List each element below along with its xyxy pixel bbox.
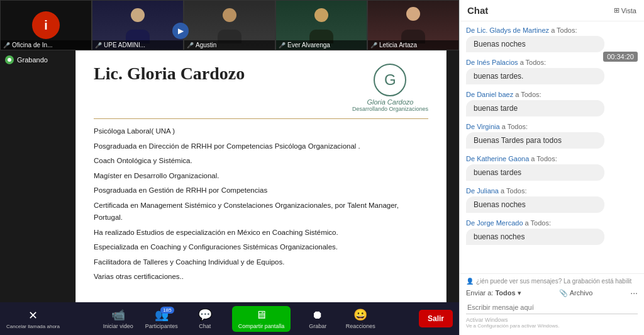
chat-sender-4: De Katherine Gaona a Todos: <box>466 155 638 162</box>
chat-header: Chat ⊞ Vista <box>460 0 644 21</box>
privacy-warning: 👤 ¿ién puede ver sus mensajes? La grabac… <box>466 278 638 285</box>
mic-icon-3: 🎤 <box>187 42 194 48</box>
chat-icon: 💬 <box>198 308 212 322</box>
end-meeting-button[interactable]: Salir <box>419 310 453 327</box>
chat-message-3: De Virginia a Todos: Buenas Tardes para … <box>466 123 638 149</box>
file-icon: 📎 <box>559 289 568 297</box>
reactions-icon: 😀 <box>353 308 367 322</box>
slide-item-1: Posgraduada en Dirección de RRHH por Com… <box>94 140 428 153</box>
chat-message-5: De Juliana a Todos: Buenas noches <box>466 187 638 213</box>
participant-label-1: 🎤 Oficina de In... <box>1 40 91 50</box>
vista-button[interactable]: ⊞ Vista <box>614 6 636 14</box>
chat-bubble-5: Buenas noches <box>466 196 604 213</box>
participant-label-5: 🎤 Leticia Artaza <box>368 40 458 50</box>
participant-thumb-1[interactable]: i 🎤 Oficina de In... <box>0 0 92 50</box>
person-icon: 👤 <box>466 278 474 285</box>
toolbar-center: 📹 Iniciar video 👥 185 Participantes 💬 Ch… <box>103 306 377 332</box>
chat-panel: Chat ⊞ Vista De Lic. Gladys de Martinez … <box>459 0 644 335</box>
slide-content: Lic. Gloria Cardozo G Gloria Cardozo Des… <box>75 50 447 309</box>
chat-bubble-3: Buenas Tardes para todos <box>466 132 604 149</box>
cancel-icon: ✕ <box>28 309 38 322</box>
chat-message-4: De Katherine Gaona a Todos: buenas tarde… <box>466 155 638 181</box>
slide-item-9: Varias otras certificaciones.. <box>94 271 428 283</box>
mic-icon-1: 🎤 <box>3 42 10 48</box>
archivo-button[interactable]: 📎 Archivo <box>559 289 593 297</box>
participant-thumb-5[interactable]: 🎤 Leticia Artaza <box>367 0 459 50</box>
chat-title: Chat <box>467 5 488 16</box>
chat-message-1: De Inés Palacios a Todos: buenas tardes. <box>466 59 638 84</box>
chat-footer-controls: Enviar a: Todos ▾ 📎 Archivo ··· <box>466 288 638 298</box>
slide-item-0: Psicóloga Laboral( UNA ) <box>94 125 428 138</box>
slide-item-6: Ha realizado Estudios de especialización… <box>94 227 428 239</box>
toolbar: ✕ Cancelar llamada ahora 📹 Iniciar video… <box>0 302 459 335</box>
participant-label-3: 🎤 Agustin <box>184 40 275 50</box>
chat-message-6: De Jorge Mercado a Todos: buenas noches <box>466 219 638 245</box>
slide-item-2: Coach Ontológica y Sistémica. <box>94 155 428 168</box>
share-screen-button[interactable]: 🖥 Compartir pantalla <box>232 306 291 332</box>
chat-toolbar-button[interactable]: 💬 Chat <box>189 308 221 329</box>
video-button[interactable]: 📹 Iniciar video <box>103 308 134 329</box>
chat-bubble-0: Buenas noches <box>466 36 604 52</box>
mic-icon-5: 🎤 <box>370 42 377 48</box>
send-to-control[interactable]: Enviar a: Todos ▾ <box>466 289 521 297</box>
slide-body: Psicóloga Laboral( UNA ) Posgraduada en … <box>94 125 428 283</box>
chat-sender-0: De Lic. Gladys de Martinez a Todos: <box>466 26 638 34</box>
participant-thumb-3[interactable]: 🎤 Agustin <box>184 0 275 50</box>
participants-count: 185 <box>160 307 174 314</box>
chat-footer: 👤 ¿ién puede ver sus mensajes? La grabac… <box>460 273 644 335</box>
chat-sender-6: De Jorge Mercado a Todos: <box>466 219 638 227</box>
participant-label-4: 🎤 Ever Alvarenga <box>276 40 367 50</box>
mic-icon-4: 🎤 <box>279 42 286 48</box>
recording-dot-icon <box>5 55 14 64</box>
mic-icon-2: 🎤 <box>95 42 102 48</box>
slide-item-4: Posgraduada en Gestión de RRHH por Compe… <box>94 185 428 197</box>
windows-watermark: Activar Windows Ve a Configuración para … <box>466 314 638 331</box>
share-icon: 🖥 <box>255 309 267 322</box>
chevron-down-icon: ▾ <box>518 289 521 297</box>
record-button[interactable]: ⏺ Grabar <box>302 309 333 329</box>
chat-message-input[interactable] <box>466 301 638 314</box>
grid-icon: ⊞ <box>614 6 619 14</box>
chat-bubble-1: buenas tardes. <box>466 68 604 84</box>
reactions-button[interactable]: 😀 Reacciones <box>345 308 376 329</box>
toolbar-left: ✕ Cancelar llamada ahora <box>6 309 60 329</box>
chat-input-row <box>466 301 638 314</box>
logo-circle-icon: G <box>374 64 406 96</box>
participant-bar: i 🎤 Oficina de In... 🎤 UPE ADMINI... 🎤 A… <box>0 0 459 50</box>
chat-message-2: De Daniel baez a Todos: buenas tarde <box>466 91 638 116</box>
slide-divider <box>94 118 428 119</box>
slide-header: Lic. Gloria Cardozo G Gloria Cardozo Des… <box>94 64 428 112</box>
chat-sender-5: De Juliana a Todos: <box>466 187 638 195</box>
slide-item-5: Certificada en Management Sistémico y Co… <box>94 200 428 224</box>
toolbar-right: Salir <box>419 310 453 327</box>
cancel-call-button[interactable]: ✕ Cancelar llamada ahora <box>6 309 60 329</box>
chat-bubble-4: buenas tardes <box>466 164 604 181</box>
chat-sender-2: De Daniel baez a Todos: <box>466 91 638 98</box>
chat-bubble-2: buenas tarde <box>466 100 604 116</box>
nav-arrow-button[interactable]: ▶ <box>172 23 189 39</box>
participant-thumb-2[interactable]: 🎤 UPE ADMINI... <box>92 0 184 50</box>
slide-item-8: Facilitadora de Talleres y Coaching Indi… <box>94 256 428 269</box>
slide-item-7: Especializada en Coaching y Configuracio… <box>94 241 428 254</box>
video-icon: 📹 <box>111 308 125 322</box>
meeting-timer: 00:34:20 <box>603 52 638 62</box>
record-icon: ⏺ <box>312 309 323 322</box>
recording-badge: Grabando <box>5 55 48 64</box>
chat-message-0: De Lic. Gladys de Martinez a Todos: Buen… <box>466 26 638 52</box>
slide-logo: G Gloria Cardozo Desarrollando Organizac… <box>352 64 428 112</box>
slide-title: Lic. Gloria Cardozo <box>94 64 245 84</box>
participant-thumb-4[interactable]: 🎤 Ever Alvarenga <box>275 0 367 50</box>
participants-button[interactable]: 👥 185 Participantes <box>145 308 178 329</box>
slide-item-3: Magíster en Desarrollo Organizacional. <box>94 170 428 183</box>
chat-bubble-6: buenas noches <box>466 229 604 245</box>
participant-label-2: 🎤 UPE ADMINI... <box>92 40 183 50</box>
more-options-button[interactable]: ··· <box>630 288 638 298</box>
chat-sender-3: De Virginia a Todos: <box>466 123 638 130</box>
